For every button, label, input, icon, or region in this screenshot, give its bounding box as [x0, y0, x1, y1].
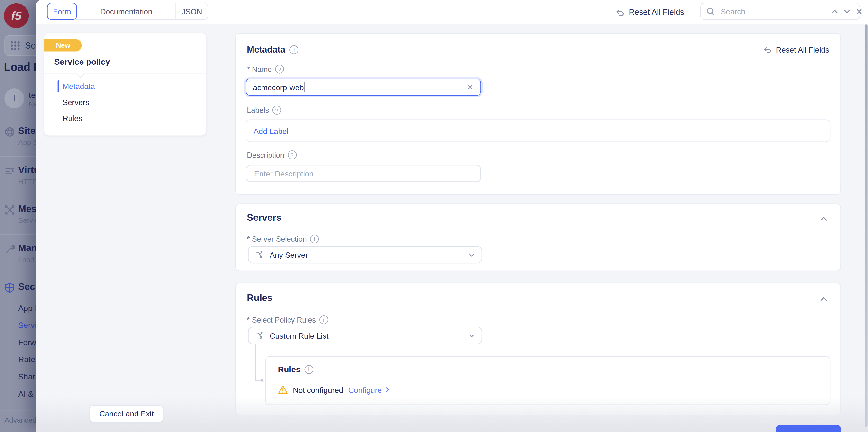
sidebar-subitem-rate: Rate: [18, 355, 35, 364]
grid-9-dots-icon: [10, 41, 20, 50]
rules-card: Rules * Select Policy Rules i Custom Rul…: [235, 283, 841, 416]
labels-field-label: Labels ?: [247, 106, 281, 114]
info-icon: i: [310, 235, 319, 243]
metadata-card: Metadata i Reset All Fields * Name ? acm…: [235, 33, 841, 195]
metadata-title: Metadata: [247, 45, 285, 55]
sidebar-item-managed-sub: Load: [18, 256, 34, 264]
name-field-label: * Name ?: [247, 65, 284, 73]
warning-icon: [278, 385, 288, 395]
service-policy-modal: Form Documentation JSON Reset All Fields: [36, 0, 868, 432]
connector-line: [255, 380, 261, 381]
chevron-down-icon: [468, 252, 475, 258]
reset-all-fields-label: Reset All Fields: [629, 7, 684, 16]
active-nav-indicator: [58, 80, 59, 92]
undo-arrow-icon: [762, 45, 771, 54]
sidebar-item-managed: Man: [18, 243, 37, 254]
sidebar-divider: [0, 410, 39, 410]
policy-rules-value: Custom Rule List: [270, 331, 329, 340]
rules-title: Rules: [247, 293, 273, 304]
collapse-rules-icon[interactable]: [819, 295, 828, 304]
help-icon: ?: [287, 151, 296, 159]
help-icon: ?: [272, 106, 281, 114]
search-input[interactable]: [720, 6, 822, 16]
search-prev-icon[interactable]: [831, 7, 839, 15]
f5-logo-icon: f5: [4, 3, 29, 28]
sidebar-divider: [0, 234, 39, 235]
chevron-right-icon: [384, 387, 390, 393]
search-box: [701, 3, 861, 20]
search-next-icon[interactable]: [843, 7, 851, 15]
name-input[interactable]: acmecorp-web: [246, 78, 481, 96]
sidebar-subitem-shared: Shar: [18, 372, 35, 381]
server-selection-value: Any Server: [270, 251, 308, 259]
save-and-exit-button[interactable]: Save and Exit: [776, 425, 841, 432]
servers-title: Servers: [247, 212, 281, 224]
server-selection-label: * Server Selection i: [247, 235, 319, 243]
search-icon: [707, 7, 715, 15]
name-input-value: acmecorp-web: [253, 82, 304, 91]
sidebar-divider: [0, 117, 39, 117]
sidebar-heading: Load Ba: [4, 61, 39, 73]
info-icon: i: [319, 315, 328, 324]
tab-documentation[interactable]: Documentation: [77, 3, 176, 20]
sidebar-item-sites: Sites: [18, 126, 39, 137]
sidebar-divider: [0, 156, 39, 157]
network-nodes-icon: [4, 205, 15, 215]
collapse-servers-icon[interactable]: [819, 215, 828, 224]
reset-all-fields-button[interactable]: Reset All Fields: [615, 0, 684, 24]
sidebar-advanced-label: Advanced: [4, 416, 36, 424]
wizard-title: Service policy: [54, 57, 110, 66]
description-field-label: Description ?: [247, 151, 297, 159]
wrench-icon: [4, 244, 15, 254]
configure-link[interactable]: Configure: [348, 385, 390, 394]
undo-arrow-icon: [615, 7, 624, 17]
shield-icon: [4, 283, 15, 293]
new-badge: New: [44, 39, 82, 52]
description-input-wrap: [246, 165, 481, 182]
route-branch-icon: [255, 251, 264, 259]
sidebar-item-security: Secu: [18, 281, 39, 293]
help-icon: ?: [275, 65, 284, 73]
connector-line: [255, 344, 256, 380]
info-icon: i: [304, 365, 313, 374]
sidebar-subitem-ai: AI &: [18, 390, 33, 398]
wizard-nav-servers[interactable]: Servers: [63, 96, 89, 108]
panel-divider: [44, 74, 206, 74]
chevron-down-icon: [468, 332, 475, 339]
sidebar-item-virtual-sub: HTTP: [18, 177, 37, 186]
add-label-button[interactable]: Add Label: [253, 126, 288, 135]
sidebar-subitem-app-firewall: App F: [18, 304, 39, 312]
nested-rules-title: Rules: [278, 365, 301, 374]
globe-icon: [4, 127, 15, 137]
cancel-and-exit-button[interactable]: Cancel and Exit: [90, 405, 163, 423]
sidebar-subitem-forward: Forw: [18, 338, 36, 347]
clear-name-icon[interactable]: [467, 84, 474, 91]
wizard-nav-panel: New Service policy Metadata Servers Rule…: [44, 33, 206, 136]
search-clear-icon[interactable]: [855, 7, 863, 15]
sidebar-item-sites-sub: App S: [18, 138, 38, 146]
sliders-icon: [4, 166, 15, 176]
tab-form[interactable]: Form: [47, 3, 77, 20]
not-configured-status: Not configured: [293, 385, 343, 394]
required-marker: *: [247, 65, 250, 73]
tab-json[interactable]: JSON: [176, 3, 208, 20]
select-policy-rules-label: * Select Policy Rules i: [247, 315, 328, 324]
policy-rules-dropdown[interactable]: Custom Rule List: [248, 327, 482, 344]
route-branch-icon: [255, 331, 264, 340]
server-selection-dropdown[interactable]: Any Server: [248, 246, 482, 264]
modal-scrollbar-thumb[interactable]: [865, 24, 867, 427]
tenant-avatar: T: [4, 89, 24, 108]
panel-divider-caret: [76, 70, 84, 78]
sidebar-item-mesh-sub: Servic: [18, 217, 38, 225]
sidebar-item-mesh: Mes: [18, 203, 36, 215]
description-input[interactable]: [253, 168, 474, 178]
wizard-nav-metadata[interactable]: Metadata: [63, 80, 95, 92]
app-selector-button: Sele: [4, 35, 39, 56]
wizard-nav-rules[interactable]: Rules: [63, 112, 82, 125]
labels-box: Add Label: [246, 120, 830, 142]
app-root: f5 Sele Load Ba T tec Nam Sites App S Vi…: [0, 0, 868, 432]
servers-card: Servers * Server Selection i Any Server: [235, 203, 841, 271]
info-icon: i: [290, 45, 299, 54]
card-reset-all-fields-button[interactable]: Reset All Fields: [762, 45, 829, 54]
card-reset-label: Reset All Fields: [776, 45, 829, 54]
